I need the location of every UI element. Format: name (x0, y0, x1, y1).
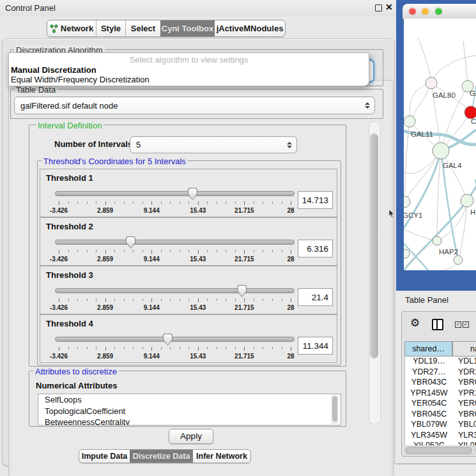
slider-thumb[interactable] (163, 334, 173, 346)
tick-mark (124, 298, 125, 301)
network-node-gal11[interactable] (404, 116, 415, 127)
slider-thumb[interactable] (237, 285, 247, 297)
tab-infer-network[interactable]: Infer Network (193, 450, 250, 463)
network-node-gal80[interactable] (426, 77, 437, 89)
tick-mark (105, 250, 106, 254)
tick-mark (114, 298, 115, 301)
network-icon (50, 24, 58, 33)
tick-mark (142, 201, 143, 204)
network-view-window: GAL80GACGAL11GAL4GCY1HHAP2 (396, 0, 476, 291)
algorithm-option-manual-discretization[interactable]: Manual Discretization (11, 65, 96, 75)
tick-label: 15.43 (184, 207, 212, 214)
network-edge[interactable] (410, 84, 431, 121)
table-row[interactable]: YBR045CYBR045C (405, 410, 476, 420)
table-row[interactable]: YBR043CYBR043C (405, 378, 476, 388)
tab-jactivemnodules[interactable]: jActiveMNodules (215, 20, 285, 36)
cell-shared-name: YLR345W (405, 431, 453, 441)
close-icon[interactable]: ✕ (385, 2, 393, 12)
column-header-na[interactable]: na (452, 341, 476, 357)
attributes-scrollbar[interactable] (331, 395, 339, 424)
num-intervals-combobox[interactable]: 5 (130, 136, 297, 153)
network-edge[interactable] (441, 151, 466, 200)
float-window-icon[interactable] (375, 4, 382, 12)
zoom-traffic-light-icon[interactable] (435, 8, 442, 15)
threshold-slider[interactable]: -3.4262.8599.14415.4321.71528 (55, 285, 295, 313)
network-canvas[interactable]: GAL80GACGAL11GAL4GCY1HHAP2 (404, 19, 476, 270)
split-columns-icon[interactable] (432, 319, 443, 330)
numerical-attributes-label: Numerical Attributes (36, 381, 117, 390)
network-edge[interactable] (418, 38, 431, 82)
threshold-value-field[interactable]: 6.316 (298, 240, 333, 257)
threshold-slider[interactable]: -3.4262.8599.14415.4321.71528 (55, 334, 295, 362)
slider-thumb[interactable] (126, 236, 135, 249)
tick-mark (68, 347, 69, 349)
minimize-traffic-light-icon[interactable] (422, 8, 429, 15)
numerical-attributes-list[interactable]: SelfLoopsTopologicalCoefficientBetweenne… (38, 394, 341, 426)
tick-mark (77, 250, 78, 252)
table-horizontal-scrollbar[interactable] (404, 446, 476, 455)
network-edge[interactable] (404, 229, 436, 241)
tab-select[interactable]: Select (125, 20, 160, 36)
threshold-value-field[interactable]: 11.344 (298, 337, 333, 355)
tick-mark (207, 250, 208, 252)
tick-label: 15.43 (184, 256, 212, 263)
attribute-list-item[interactable]: BetweennessCentrality (38, 417, 341, 426)
apply-button[interactable]: Apply (169, 429, 213, 444)
tick-mark (244, 347, 245, 351)
column-header-shared-[interactable]: shared… (404, 341, 452, 357)
network-edge[interactable] (410, 83, 431, 121)
network-edge[interactable] (463, 41, 468, 86)
attribute-list-item[interactable]: SelfLoops (38, 394, 341, 406)
tab-discretize-data[interactable]: Discretize Data (130, 450, 193, 463)
table-row[interactable]: YPR145WYPR145W (405, 388, 476, 399)
cell-name: YDL19… (453, 357, 476, 367)
network-node-hap2[interactable] (433, 236, 441, 245)
tab-impute-data[interactable]: Impute Data (79, 450, 130, 463)
scrollbar-thumb[interactable] (370, 134, 378, 358)
table-row[interactable]: YER054CYER054C (405, 399, 476, 410)
table-row[interactable]: YIL052CYIL052C (405, 441, 476, 445)
algorithm-option-equal-width-frequency-discretization[interactable]: Equal Width/Frequency Discretization (11, 75, 150, 84)
table-row[interactable]: YBL079WYBL079W (405, 420, 476, 431)
scrollbar-thumb[interactable] (406, 447, 472, 454)
threshold-box: Threshold 1 -3.4262.8599.14415.4321.7152… (40, 169, 337, 217)
table-row[interactable]: YDL19…YDL19… (405, 357, 476, 367)
threshold-slider[interactable]: -3.4262.8599.14415.4321.71528 (55, 188, 295, 216)
table-row[interactable]: YDR27…YDR27… (405, 367, 476, 378)
network-node-c[interactable] (464, 106, 476, 119)
threshold-slider[interactable]: -3.4262.8599.14415.4321.71528 (55, 236, 295, 265)
network-node-gal4[interactable] (433, 142, 449, 159)
checkbox-icon[interactable]: ✓ (463, 321, 469, 328)
network-edge[interactable] (431, 56, 476, 82)
gear-icon[interactable]: ⚙ (410, 318, 420, 328)
tick-mark (235, 298, 236, 301)
network-node-gcy1[interactable] (404, 196, 410, 208)
tick-label: 9.144 (137, 304, 165, 311)
tab-cyni-toolbox[interactable]: Cyni Toolbox (160, 20, 215, 36)
close-traffic-light-icon[interactable] (409, 8, 416, 15)
network-node[interactable] (404, 249, 410, 258)
tick-mark (161, 250, 162, 252)
network-edge[interactable] (404, 151, 440, 201)
tick-mark (226, 250, 226, 252)
tick-mark (226, 298, 226, 301)
slider-track[interactable] (55, 240, 295, 245)
threshold-value-field[interactable]: 14.713 (298, 191, 333, 209)
slider-track[interactable] (55, 191, 295, 196)
slider-track[interactable] (55, 288, 295, 293)
settings-scrollbar[interactable] (369, 121, 381, 424)
tick-label: 9.144 (137, 256, 165, 263)
tick-mark (180, 201, 180, 204)
checkbox-icon[interactable]: ✓ (455, 321, 461, 328)
slider-track[interactable] (55, 337, 295, 342)
table-data-combobox[interactable]: galFiltered.sif default node (14, 96, 375, 114)
network-node[interactable] (454, 256, 463, 265)
network-node-h[interactable] (461, 194, 473, 207)
slider-thumb[interactable] (188, 188, 197, 200)
tab-network[interactable]: Network (47, 20, 96, 36)
scrollbar-thumb[interactable] (332, 396, 337, 422)
tab-style[interactable]: Style (96, 20, 125, 36)
attribute-list-item[interactable]: TopologicalCoefficient (38, 406, 341, 417)
threshold-value-field[interactable]: 21.4 (298, 288, 333, 306)
table-row[interactable]: YLR345WYLR345W (405, 431, 476, 441)
